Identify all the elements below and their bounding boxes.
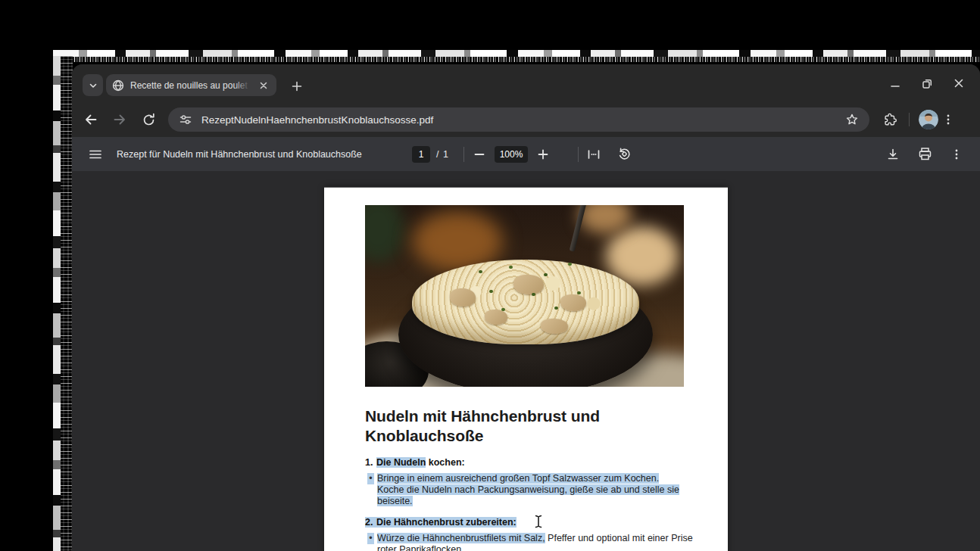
photo-chicken-piece [513,275,544,294]
zoom-in-button[interactable] [532,143,554,166]
toolbar-separator [578,147,579,162]
torn-edge-left [53,56,73,551]
torn-edge-top-noise [53,57,980,62]
zoom-out-button[interactable] [468,143,491,166]
recipe-title: Nudeln mit Hähnchenbrust und Knoblauchso… [365,406,600,446]
print-button[interactable] [913,143,936,166]
reload-button[interactable] [136,107,161,132]
pdf-menu-button[interactable] [83,142,108,167]
bullet-text-selected: Koche die Nudeln nach Packungsanweisung,… [377,484,679,495]
print-icon [918,147,932,161]
forward-button[interactable] [108,107,132,132]
extensions-button[interactable] [880,110,900,129]
pdf-viewport[interactable]: Nudeln mit Hähnchenbrust und Knoblauchso… [72,171,980,551]
torn-edge-left-noise [61,56,73,551]
bullet-line: •Bringe in einem ausreichend großen Topf… [365,473,691,484]
download-icon [886,148,900,161]
address-bar[interactable]: RezeptNudelnHaehnchenbrustKnoblauchsosse… [168,107,869,132]
bullet-text: roter Paprikaflocken. [377,544,464,551]
zoom-controls: 100% [463,143,558,166]
torn-edge-top-blocks [53,50,980,57]
step-1-title-selected: Die Nudeln [376,457,426,468]
tab-close-icon[interactable] [257,79,270,92]
recipe-steps: 1.Die Nudeln kochen: •Bringe in einem au… [365,457,691,551]
bullet-text-selected: Würze die Hähnchenbrustfilets mit Salz, [377,533,545,543]
minimize-button[interactable] [885,73,906,94]
bullet-line: roter Paprikaflocken. [365,544,691,551]
restore-button[interactable] [916,73,938,94]
star-icon [845,113,859,126]
kebab-menu-icon [942,114,954,126]
url-text[interactable]: RezeptNudelnHaehnchenbrustKnoblauchsosse… [201,114,842,126]
fit-width-icon [587,148,601,161]
bullet-line: Koche die Nudeln nach Packungsanweisung,… [365,484,691,496]
close-icon [953,78,964,89]
reload-icon [142,113,156,127]
pdf-page: Nudeln mit Hähnchenbrust und Knoblauchso… [324,187,728,551]
new-tab-button[interactable] [288,77,306,95]
globe-favicon-icon [112,79,124,92]
page-number-input[interactable]: 1 [412,146,430,163]
kebab-menu-icon [950,148,963,160]
toolbar-right [880,110,958,129]
chevron-down-icon [89,81,98,90]
bullet-marker: • [367,533,374,544]
bullet-text-rest: Pfeffer und optional mit einer Prise [545,533,693,543]
step-2-bullets: •Würze die Hähnchenbrustfilets mit Salz,… [365,533,691,551]
rotate-counterclockwise-button[interactable] [613,143,635,166]
bullet-text-selected: beiseite. [377,496,413,506]
page-total-label: / 1 [436,149,449,160]
step-1-title-rest: kochen: [426,457,464,468]
photo-pasta [412,260,639,344]
photo-vegetable-blur [365,205,404,263]
puzzle-icon [883,113,897,127]
forward-arrow-icon [112,112,127,127]
plus-icon [537,148,549,160]
recipe-title-line1: Nudeln mit Hähnchenbrust und [365,406,600,426]
step-1-number: 1. [365,457,376,469]
download-button[interactable] [882,143,904,166]
photo-chicken-piece [541,319,568,334]
back-button[interactable] [79,107,103,132]
recipe-photo [365,205,684,387]
text-cursor-ibeam [533,515,544,528]
fit-rotate-controls [578,143,639,166]
tab-search-button[interactable] [83,74,103,96]
plus-icon [292,81,302,92]
bullet-line: •Würze die Hähnchenbrustfilets mit Salz,… [365,533,691,544]
minus-icon [473,148,485,160]
bullet-marker: • [367,473,374,484]
photo-chicken-piece [560,294,586,311]
torn-edge-top [53,50,980,62]
zoom-level-display[interactable]: 100% [495,146,528,163]
page-controls: 1 / 1 [412,146,449,163]
back-arrow-icon [83,112,98,127]
site-settings-icon[interactable] [179,113,192,126]
browser-menu-button[interactable] [938,110,958,129]
profile-avatar[interactable] [919,110,938,129]
close-button[interactable] [948,73,969,94]
recipe-title-line2: Knoblauchsoße [365,426,600,446]
pdf-toolbar: Rezept für Nudeln mit Hähnchenbrust und … [72,137,980,171]
step-2-title: 2.Die Hähnchenbrust zubereiten: [365,517,691,528]
active-tab[interactable]: Recette de nouilles au poulet [106,74,276,96]
restore-icon [922,78,933,89]
pdf-document-title: Rezept für Nudeln mit Hähnchenbrust und … [117,149,362,160]
pdf-more-options-button[interactable] [945,143,968,166]
hamburger-icon [89,148,102,161]
browser-window: Recette de nouilles au poulet [72,64,980,551]
step-2-number: 2. [365,517,376,528]
torn-edge-left-blocks [53,56,61,551]
bullet-text-selected: Bringe in einem ausreichend großen Topf … [377,473,659,484]
tab-title-fade [234,74,254,96]
fit-to-width-button[interactable] [582,143,605,166]
avatar-image [919,110,938,129]
bookmark-star-button[interactable] [842,110,862,129]
bullet-line: beiseite. [365,496,691,507]
step-2-title-selected: Die Hähnchenbrust zubereiten: [376,517,517,528]
photo-chicken-piece [450,288,476,307]
tab-strip: Recette de nouilles au poulet [72,64,980,102]
step-1-bullets: •Bringe in einem ausreichend großen Topf… [365,473,691,507]
browser-toolbar: RezeptNudelnHaehnchenbrustKnoblauchsosse… [72,102,980,137]
window-controls [885,73,969,94]
